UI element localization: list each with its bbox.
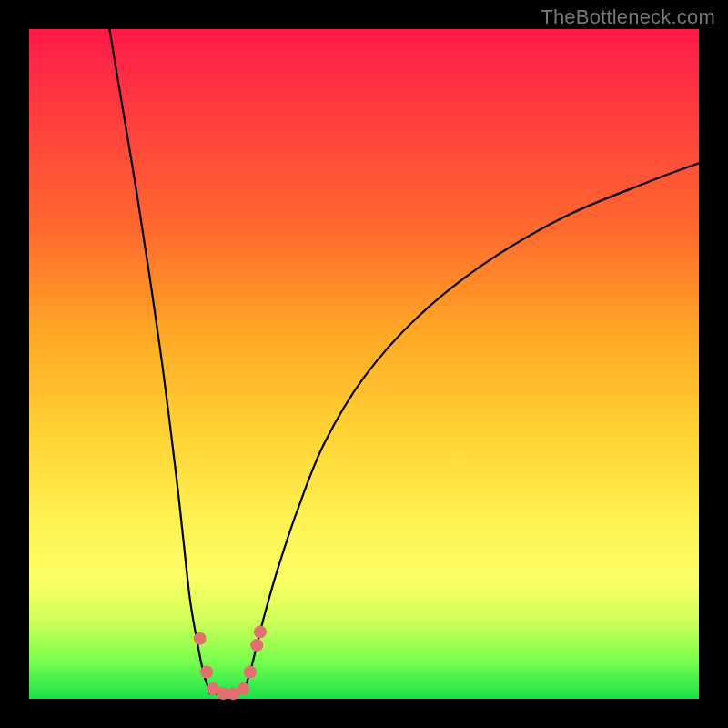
data-marker [238,682,250,695]
chart-frame: TheBottleneck.com [0,0,728,728]
data-marker [194,632,207,645]
watermark-text: TheBottleneck.com [541,5,715,29]
plot-area [29,29,699,699]
curve-layer [29,29,699,699]
bottleneck-curve [109,29,699,696]
data-marker [254,625,267,638]
data-marker [244,666,257,679]
marker-group [194,625,267,700]
data-marker [200,666,213,679]
data-marker [250,639,263,652]
